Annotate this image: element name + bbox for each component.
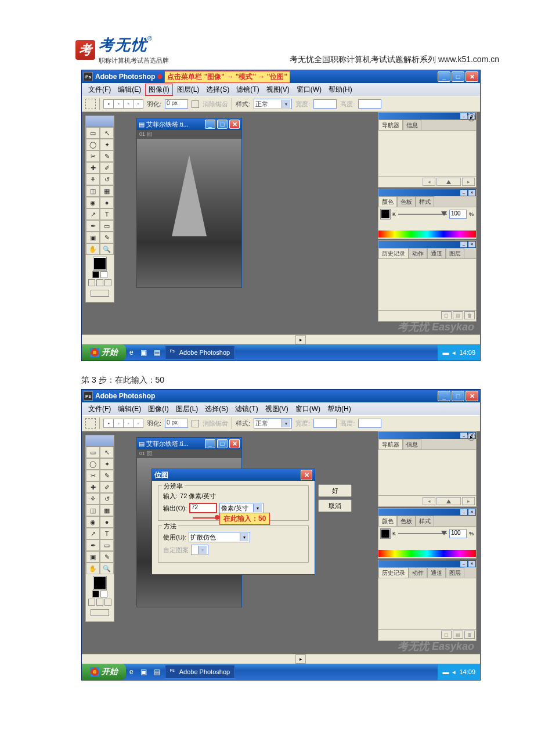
panel-close[interactable]: ✕ <box>468 509 476 516</box>
menu-help[interactable]: 帮助(H) <box>324 404 354 415</box>
selection-mode-group[interactable]: ▪▫▫▫ <box>103 99 143 109</box>
panel-min[interactable]: – <box>460 241 468 248</box>
menu-layer[interactable]: 图层(L) <box>174 84 203 95</box>
document-canvas[interactable] <box>137 139 241 287</box>
antialias-checkbox[interactable] <box>192 420 199 427</box>
style-dropdown[interactable]: 正常▾ <box>254 418 292 429</box>
selection-mode-group[interactable]: ▪▫▫▫ <box>103 419 143 428</box>
panel-close[interactable]: ✕ <box>468 241 476 248</box>
tab-color[interactable]: 颜色 <box>378 196 397 207</box>
hue-ramp[interactable] <box>378 231 476 237</box>
wand-tool[interactable]: ✦ <box>100 139 114 150</box>
doc-maximize[interactable]: □ <box>217 439 228 448</box>
menu-layer[interactable]: 图层(L) <box>173 404 201 415</box>
wand-tool[interactable]: ✦ <box>100 458 114 470</box>
menu-window[interactable]: 窗口(W) <box>293 404 323 415</box>
title-bar[interactable]: Ps Adobe Photoshop 点击菜单栏 "图像" → "模式" → "… <box>82 70 480 83</box>
doc-maximize[interactable]: □ <box>217 120 228 129</box>
minimize-button[interactable]: _ <box>438 391 450 401</box>
close-button[interactable]: ✕ <box>466 391 478 401</box>
eraser-tool[interactable]: ◫ <box>86 185 100 197</box>
marquee-tool[interactable]: ▭ <box>86 447 100 458</box>
quicklaunch-icon[interactable]: ▣ <box>137 664 150 680</box>
quicklaunch-icon[interactable]: ▤ <box>150 344 164 361</box>
new-snapshot-icon[interactable]: ▢ <box>441 631 452 639</box>
quicklaunch-icon[interactable]: ▤ <box>150 664 164 680</box>
document-window[interactable]: ▤ 艾菲尔铁塔.ti... _ □ ✕ 01 回 <box>136 118 242 288</box>
minimize-button[interactable]: _ <box>438 71 450 82</box>
doc-close[interactable]: ✕ <box>229 120 240 129</box>
bg-swatch[interactable] <box>100 271 107 278</box>
blur-tool[interactable]: ◉ <box>86 516 100 528</box>
tab-navigator[interactable]: 导航器 <box>378 439 403 449</box>
start-button[interactable]: 开始 <box>82 664 126 680</box>
zoom-tool[interactable]: 🔍 <box>100 243 114 255</box>
screenmode-2[interactable] <box>96 279 103 286</box>
screenmode-1[interactable] <box>88 599 95 606</box>
taskbar-app[interactable]: PsAdobe Photoshop <box>165 345 235 359</box>
shape-tool[interactable]: ▭ <box>100 539 114 551</box>
shape-tool[interactable]: ▭ <box>100 220 114 232</box>
tab-navigator[interactable]: 导航器 <box>378 120 403 130</box>
tab-info[interactable]: 信息 <box>403 439 421 449</box>
new-snapshot-icon[interactable]: ▢ <box>441 311 452 319</box>
tab-styles[interactable]: 样式 <box>416 196 434 207</box>
system-tray[interactable]: ▬◂14:09 <box>438 344 480 361</box>
scroll-right-icon[interactable]: ▸ <box>295 654 306 664</box>
use-dropdown[interactable]: 扩散仿色▾ <box>189 532 250 542</box>
menu-image[interactable]: 图像(I) <box>145 404 171 415</box>
tab-color[interactable]: 颜色 <box>378 516 397 526</box>
stamp-tool[interactable]: ⚘ <box>86 493 100 505</box>
trash-icon[interactable]: 🗑 <box>464 631 475 639</box>
tab-actions[interactable]: 动作 <box>409 248 427 258</box>
menu-view[interactable]: 视图(V) <box>264 84 293 95</box>
tab-swatches[interactable]: 色板 <box>397 516 416 526</box>
style-dropdown[interactable]: 正常▾ <box>254 99 292 109</box>
stamp-tool[interactable]: ⚘ <box>86 174 100 185</box>
quicklaunch-ie-icon[interactable]: e <box>126 664 137 680</box>
blur-tool[interactable]: ◉ <box>86 197 100 208</box>
gradient-tool[interactable]: ▦ <box>100 505 114 516</box>
lang-icon[interactable]: ▬ <box>442 668 449 675</box>
crop-tool[interactable]: ✂ <box>86 470 100 481</box>
bg-swatch[interactable] <box>100 591 107 597</box>
panel-close[interactable]: ✕ <box>468 189 476 196</box>
zoom-tool[interactable]: 🔍 <box>100 563 114 574</box>
tab-styles[interactable]: 样式 <box>416 516 434 526</box>
dodge-tool[interactable]: ● <box>100 516 114 528</box>
tab-layers[interactable]: 图层 <box>446 567 464 578</box>
move-tool[interactable]: ↖ <box>100 127 114 139</box>
title-bar[interactable]: Ps Adobe Photoshop _ □ ✕ <box>82 390 480 402</box>
gradient-tool[interactable]: ▦ <box>100 185 114 197</box>
tab-channels[interactable]: 通道 <box>427 248 446 258</box>
slice-tool[interactable]: ✎ <box>100 150 114 162</box>
pen-tool[interactable]: ✒ <box>86 539 100 551</box>
new-doc-icon[interactable]: ▤ <box>453 631 463 639</box>
jump-button[interactable] <box>91 609 109 616</box>
menu-select[interactable]: 选择(S) <box>203 84 232 95</box>
notes-tool[interactable]: ▣ <box>86 551 100 563</box>
panel-min[interactable]: – <box>460 432 468 439</box>
tab-history[interactable]: 历史记录 <box>378 248 409 258</box>
doc-minimize[interactable]: _ <box>205 120 215 129</box>
start-button[interactable]: 开始 <box>82 344 126 361</box>
ok-button[interactable]: 好 <box>318 484 352 497</box>
color-slider[interactable] <box>398 533 447 534</box>
panel-min[interactable]: – <box>460 509 468 516</box>
path-tool[interactable]: ↗ <box>86 208 100 220</box>
pen-tool[interactable]: ✒ <box>86 220 100 232</box>
tab-history[interactable]: 历史记录 <box>378 567 409 578</box>
system-tray[interactable]: ▬◂14:09 <box>438 664 480 680</box>
hue-ramp[interactable] <box>378 550 476 557</box>
tab-swatches[interactable]: 色板 <box>397 196 416 207</box>
marquee-icon[interactable] <box>85 418 96 429</box>
quicklaunch-ie-icon[interactable]: e <box>126 344 137 361</box>
menu-edit[interactable]: 编辑(E) <box>115 84 144 95</box>
output-unit-dropdown[interactable]: 像素/英寸▾ <box>219 503 264 513</box>
dialog-close[interactable]: ✕ <box>301 470 312 480</box>
tab-info[interactable]: 信息 <box>403 120 421 130</box>
lasso-tool[interactable]: ◯ <box>86 458 100 470</box>
panel-min[interactable]: – <box>460 189 468 196</box>
panel-close[interactable]: ✕ <box>468 560 476 567</box>
menu-file[interactable]: 文件(F) <box>85 84 114 95</box>
